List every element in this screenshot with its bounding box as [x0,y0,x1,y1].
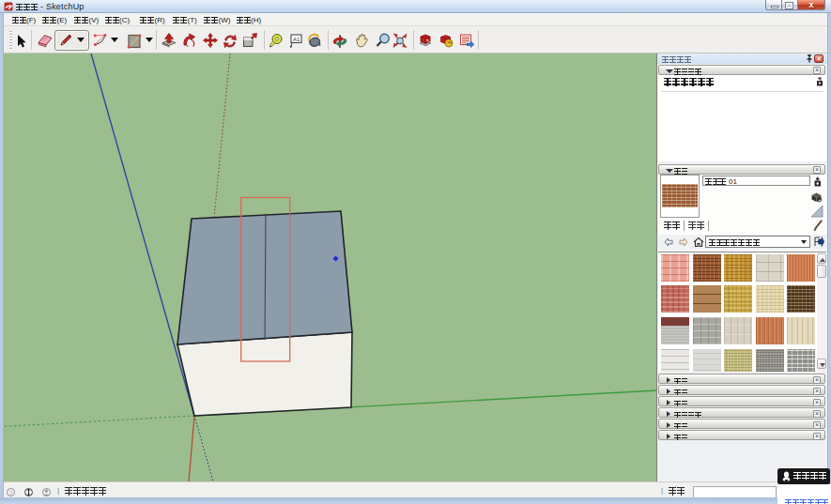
svg-text:A1: A1 [293,37,300,42]
